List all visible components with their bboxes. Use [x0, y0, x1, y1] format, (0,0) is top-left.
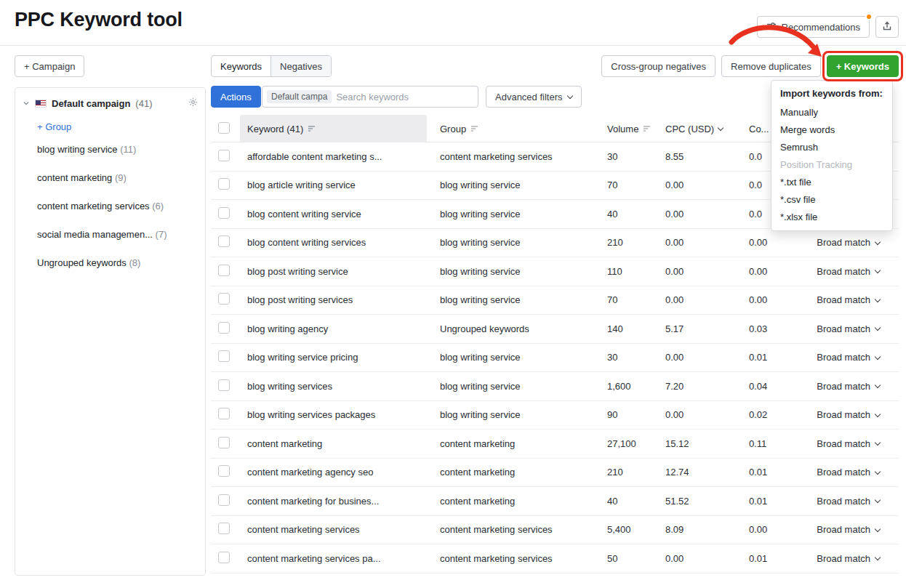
import-menu-item[interactable]: Manually — [771, 104, 892, 121]
row-checkbox[interactable] — [218, 178, 230, 190]
table-row: content marketing services content marke… — [211, 516, 899, 545]
cross-group-negatives-button[interactable]: Cross-group negatives — [601, 55, 715, 77]
sidebar-group-item[interactable]: content marketing services (6) — [15, 192, 205, 220]
volume-cell: 5,400 — [600, 524, 658, 535]
column-header-volume[interactable]: Volume — [600, 124, 658, 134]
match-type-dropdown[interactable]: Broad match — [800, 237, 899, 248]
add-group-link[interactable]: + Group — [37, 121, 71, 132]
share-button[interactable] — [875, 16, 899, 38]
chevron-down-icon — [875, 325, 881, 331]
match-type-dropdown[interactable]: Broad match — [800, 381, 899, 392]
match-type-dropdown[interactable]: Broad match — [800, 467, 899, 478]
tab-keywords[interactable]: Keywords — [212, 56, 270, 76]
page-title: PPC Keyword tool — [15, 9, 183, 31]
import-menu-item[interactable]: Position Tracking — [771, 156, 892, 174]
header-divider — [0, 45, 906, 46]
group-cell: content marketing — [433, 467, 600, 478]
select-all-checkbox[interactable] — [218, 122, 230, 134]
column-header-cpc[interactable]: CPC (USD) — [658, 124, 742, 134]
row-checkbox[interactable] — [218, 379, 230, 391]
group-cell: blog writing service — [433, 294, 600, 305]
actions-button[interactable]: Actions — [211, 86, 261, 108]
match-type-dropdown[interactable]: Broad match — [800, 352, 899, 363]
sidebar-group-item[interactable]: social media managemen... (7) — [15, 220, 205, 249]
group-cell: content marketing — [433, 496, 600, 507]
competition-cell: 0.00 — [742, 266, 800, 277]
sort-icon — [643, 124, 651, 134]
import-menu-item[interactable]: Semrush — [771, 139, 892, 156]
recommendations-icon — [766, 21, 777, 33]
keyword-cell: blog post writing service — [240, 266, 433, 277]
advanced-filters-button[interactable]: Advanced filters — [486, 86, 582, 108]
column-header-keyword[interactable]: Keyword (41) — [240, 115, 427, 142]
row-checkbox[interactable] — [218, 350, 230, 362]
row-checkbox[interactable] — [218, 235, 230, 247]
cpc-cell: 0.00 — [658, 409, 742, 420]
match-type-dropdown[interactable]: Broad match — [800, 266, 899, 277]
group-name: blog writing service — [37, 144, 118, 155]
column-header-group[interactable]: Group — [433, 124, 600, 134]
campaign-row[interactable]: Default campaign (41) — [15, 88, 205, 116]
group-list: blog writing service (11) content market… — [15, 135, 205, 277]
competition-cell: 0.01 — [742, 467, 800, 478]
match-type-dropdown[interactable]: Broad match — [800, 553, 899, 564]
row-checkbox[interactable] — [218, 494, 230, 506]
row-checkbox[interactable] — [218, 265, 230, 276]
volume-cell: 90 — [600, 409, 658, 420]
match-type-dropdown[interactable]: Broad match — [800, 438, 899, 449]
match-type-dropdown[interactable]: Broad match — [800, 409, 899, 420]
chevron-down-icon[interactable] — [23, 98, 30, 109]
sidebar-group-item[interactable]: blog writing service (11) — [15, 135, 205, 164]
group-cell: blog writing service — [433, 381, 600, 392]
competition-cell: 0.00 — [742, 524, 800, 535]
cpc-cell: 0.00 — [658, 237, 742, 248]
group-cell: blog writing service — [433, 409, 600, 420]
table-row: content marketing services pa... content… — [211, 544, 899, 573]
group-cell: blog writing service — [433, 266, 600, 277]
table-row: blog content writing services blog writi… — [211, 229, 899, 258]
add-campaign-button[interactable]: + Campaign — [15, 55, 84, 77]
row-checkbox[interactable] — [218, 207, 230, 219]
gear-icon[interactable] — [188, 97, 198, 109]
match-type-dropdown[interactable]: Broad match — [800, 496, 899, 507]
sidebar-group-item[interactable]: content marketing (9) — [15, 164, 205, 192]
row-checkbox[interactable] — [218, 150, 230, 161]
chevron-down-icon — [875, 497, 881, 503]
volume-cell: 210 — [600, 237, 658, 248]
cpc-cell: 51.52 — [658, 496, 742, 507]
competition-cell: 0.01 — [742, 496, 800, 507]
ppc-keyword-tool-page: PPC Keyword tool Recommendations — [0, 0, 906, 588]
group-cell: content marketing services — [433, 151, 600, 162]
import-menu-item[interactable]: *.xlsx file — [771, 209, 892, 226]
competition-cell: 0.00 — [742, 294, 800, 305]
match-type-dropdown[interactable]: Broad match — [800, 524, 899, 535]
share-icon — [882, 21, 892, 33]
group-count: (11) — [120, 144, 136, 155]
add-keywords-button[interactable]: + Keywords — [827, 55, 899, 77]
remove-duplicates-button[interactable]: Remove duplicates — [721, 55, 821, 77]
match-type-dropdown[interactable]: Broad match — [800, 294, 899, 305]
cpc-cell: 8.09 — [658, 524, 742, 535]
cpc-cell: 8.55 — [658, 151, 742, 162]
row-checkbox[interactable] — [218, 523, 230, 534]
import-keywords-menu: Import keywords from: Manually Merge wor… — [771, 80, 893, 231]
import-menu-item[interactable]: Merge words — [771, 121, 892, 139]
volume-cell: 110 — [600, 266, 658, 277]
notification-dot — [865, 13, 873, 20]
match-type-dropdown[interactable]: Broad match — [800, 323, 899, 334]
recommendations-button[interactable]: Recommendations — [757, 16, 870, 38]
keyword-cell: blog content writing service — [240, 209, 433, 220]
row-checkbox[interactable] — [218, 322, 230, 334]
tab-negatives[interactable]: Negatives — [270, 56, 331, 76]
row-checkbox[interactable] — [218, 437, 230, 448]
search-input[interactable] — [336, 92, 473, 102]
chevron-down-icon — [875, 382, 881, 388]
row-checkbox[interactable] — [218, 465, 230, 477]
row-checkbox[interactable] — [218, 408, 230, 419]
row-checkbox[interactable] — [218, 293, 230, 305]
row-checkbox[interactable] — [218, 552, 230, 563]
sidebar-group-item[interactable]: Ungrouped keywords (8) — [15, 249, 205, 277]
import-menu-item[interactable]: *.csv file — [771, 191, 892, 209]
import-menu-item[interactable]: *.txt file — [771, 174, 892, 191]
keyword-search-box[interactable]: Default campa — [262, 86, 478, 108]
